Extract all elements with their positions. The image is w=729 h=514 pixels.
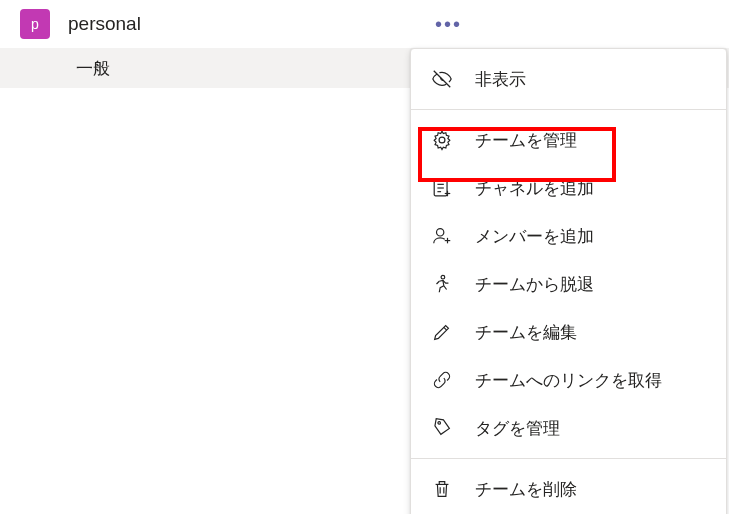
svg-point-7	[437, 229, 444, 236]
menu-add-member[interactable]: メンバーを追加	[411, 212, 726, 260]
context-menu: 非表示 チームを管理 チャネルを追加 メンバーを追加 チームから脱退 チームを編…	[410, 48, 727, 514]
more-options-button[interactable]: •••	[435, 0, 462, 48]
delete-icon	[431, 478, 453, 500]
svg-line-11	[444, 327, 447, 330]
menu-get-link-label: チームへのリンクを取得	[475, 369, 662, 392]
menu-add-channel[interactable]: チャネルを追加	[411, 164, 726, 212]
menu-manage-team-label: チームを管理	[475, 129, 577, 152]
tag-icon	[431, 417, 453, 439]
team-name: personal	[68, 13, 141, 35]
add-member-icon	[431, 225, 453, 247]
menu-edit-team[interactable]: チームを編集	[411, 308, 726, 356]
channel-label: 一般	[76, 57, 110, 80]
menu-manage-team[interactable]: チームを管理	[411, 116, 726, 164]
gear-icon	[431, 129, 453, 151]
menu-leave-team[interactable]: チームから脱退	[411, 260, 726, 308]
add-channel-icon	[431, 177, 453, 199]
menu-hide[interactable]: 非表示	[411, 55, 726, 103]
edit-icon	[431, 321, 453, 343]
svg-point-12	[438, 421, 441, 424]
menu-delete-team-label: チームを削除	[475, 478, 577, 501]
team-row[interactable]: p personal •••	[0, 0, 729, 48]
more-icon: •••	[435, 14, 462, 34]
svg-point-0	[439, 137, 445, 143]
team-avatar-letter: p	[31, 16, 39, 32]
menu-divider	[411, 458, 726, 459]
menu-get-link[interactable]: チームへのリンクを取得	[411, 356, 726, 404]
menu-add-member-label: メンバーを追加	[475, 225, 594, 248]
leave-icon	[431, 273, 453, 295]
menu-manage-tags-label: タグを管理	[475, 417, 560, 440]
menu-hide-label: 非表示	[475, 68, 526, 91]
team-avatar: p	[20, 9, 50, 39]
svg-point-10	[441, 275, 445, 279]
menu-delete-team[interactable]: チームを削除	[411, 465, 726, 513]
hide-icon	[431, 68, 453, 90]
menu-manage-tags[interactable]: タグを管理	[411, 404, 726, 452]
link-icon	[431, 369, 453, 391]
menu-add-channel-label: チャネルを追加	[475, 177, 594, 200]
menu-edit-team-label: チームを編集	[475, 321, 577, 344]
menu-leave-team-label: チームから脱退	[475, 273, 594, 296]
menu-divider	[411, 109, 726, 110]
